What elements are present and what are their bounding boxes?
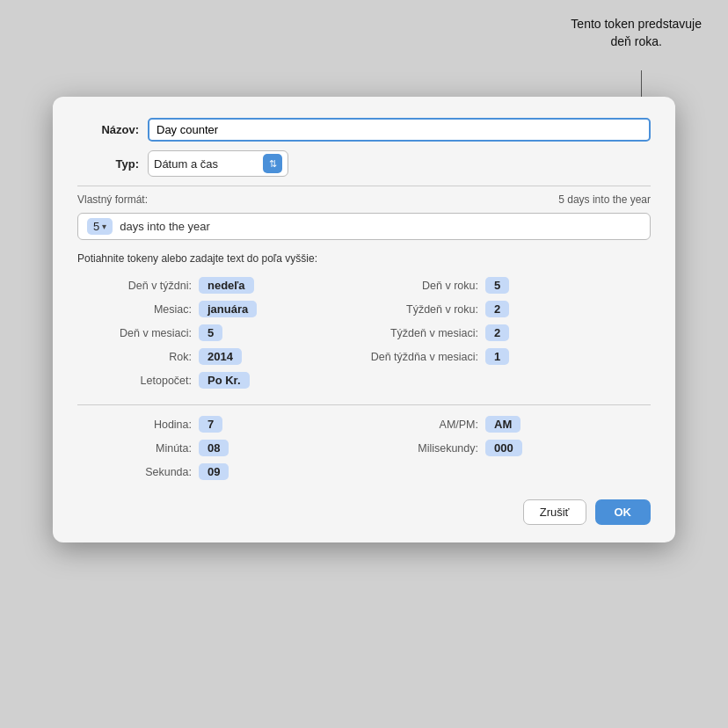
- token-row: Minúta: 08: [77, 440, 364, 456]
- token-label-day-of-year: Deň v roku:: [364, 280, 478, 292]
- left-tokens-column: Deň v týždni: nedeľa Mesiac: januára Deň…: [77, 277, 364, 396]
- right-tokens-column: Deň v roku: 5 Týždeň v roku: 2 Týždeň v …: [364, 277, 651, 396]
- drag-hint: Potiahnite tokeny alebo zadajte text do …: [77, 252, 651, 265]
- token-value-day-of-year[interactable]: 5: [485, 277, 509, 294]
- token-label-milliseconds: Milisekundy:: [364, 442, 478, 455]
- token-row: Sekunda: 09: [77, 463, 364, 480]
- format-chip-chevron-icon: ▾: [102, 222, 106, 231]
- token-row: Rok: 2014: [77, 348, 364, 365]
- type-select-label: Dátum a čas: [154, 157, 263, 171]
- tooltip-line1: Tento token predstavuje: [571, 17, 702, 31]
- token-label-minute: Minúta:: [77, 442, 192, 455]
- token-label-second: Sekunda:: [77, 466, 192, 478]
- token-row: Milisekundy: 000: [364, 440, 651, 456]
- token-value-month[interactable]: januára: [199, 301, 257, 317]
- time-tokens-grid: Hodina: 7 Minúta: 08 Sekunda: 09 AM/PM: …: [77, 416, 651, 487]
- custom-format-row: Vlastný formát: 5 days into the year: [77, 193, 651, 206]
- token-row: Mesiac: januára: [77, 301, 364, 317]
- token-value-day-of-week[interactable]: nedeľa: [199, 277, 254, 294]
- format-token-bar: 5 ▾ days into the year: [77, 213, 651, 240]
- token-value-year[interactable]: 2014: [199, 348, 242, 365]
- tooltip-text: Tento token predstavuje deň roka.: [571, 16, 702, 50]
- token-row: Týždeň v mesiaci: 2: [364, 324, 651, 341]
- cancel-button[interactable]: Zrušiť: [523, 499, 586, 525]
- token-row: Deň v mesiaci: 5: [77, 324, 364, 341]
- token-value-day-of-month[interactable]: 5: [199, 324, 222, 341]
- custom-format-preview: 5 days into the year: [558, 193, 651, 206]
- date-tokens-grid: Deň v týždni: nedeľa Mesiac: januára Deň…: [77, 277, 651, 396]
- divider-1: [77, 186, 651, 186]
- tooltip-line2: deň roka.: [610, 34, 661, 48]
- token-label-day-of-month: Deň v mesiaci:: [77, 327, 192, 339]
- token-label-week-of-year: Týždeň v roku:: [364, 303, 478, 316]
- token-value-week-of-year[interactable]: 2: [485, 301, 509, 317]
- format-chip-value: 5: [93, 220, 99, 233]
- token-value-second[interactable]: 09: [199, 463, 229, 480]
- token-row: AM/PM: AM: [364, 416, 651, 433]
- token-label-era: Letopočet:: [77, 375, 192, 387]
- format-token-text: days into the year: [120, 220, 210, 233]
- token-label-day-of-week-in-month: Deň týždňa v mesiaci:: [364, 351, 478, 363]
- token-row: Deň v roku: 5: [364, 277, 651, 294]
- format-chip[interactable]: 5 ▾: [87, 218, 113, 235]
- token-row: Hodina: 7: [77, 416, 364, 433]
- name-input[interactable]: [148, 118, 651, 142]
- type-label: Typ:: [77, 157, 139, 171]
- name-row: Názov:: [77, 118, 651, 142]
- name-label: Názov:: [77, 123, 139, 136]
- token-value-ampm[interactable]: AM: [485, 416, 521, 433]
- token-value-hour[interactable]: 7: [199, 416, 222, 433]
- token-row: Deň týždňa v mesiaci: 1: [364, 348, 651, 365]
- token-label-ampm: AM/PM:: [364, 419, 478, 431]
- token-value-minute[interactable]: 08: [199, 440, 229, 456]
- token-label-hour: Hodina:: [77, 419, 192, 431]
- token-label-month: Mesiac:: [77, 303, 192, 316]
- token-label-week-of-month: Týždeň v mesiaci:: [364, 327, 478, 339]
- token-value-day-of-week-in-month[interactable]: 1: [485, 348, 509, 365]
- token-value-week-of-month[interactable]: 2: [485, 324, 509, 341]
- custom-format-label: Vlastný formát:: [77, 193, 148, 206]
- token-label-day-of-week: Deň v týždni:: [77, 280, 192, 292]
- bottom-buttons: Zrušiť OK: [77, 499, 651, 525]
- ok-button[interactable]: OK: [595, 499, 652, 525]
- type-select-arrow-icon[interactable]: ⇅: [263, 154, 282, 173]
- type-select[interactable]: Dátum a čas ⇅: [148, 150, 288, 177]
- token-value-milliseconds[interactable]: 000: [485, 440, 522, 456]
- dialog: Názov: Typ: Dátum a čas ⇅ Vlastný formát…: [53, 97, 675, 542]
- time-left-column: Hodina: 7 Minúta: 08 Sekunda: 09: [77, 416, 364, 487]
- token-value-era[interactable]: Po Kr.: [199, 372, 250, 389]
- token-label-year: Rok:: [77, 351, 192, 363]
- token-row: Letopočet: Po Kr.: [77, 372, 364, 389]
- divider-2: [77, 404, 651, 405]
- time-right-column: AM/PM: AM Milisekundy: 000: [364, 416, 651, 487]
- token-row: Týždeň v roku: 2: [364, 301, 651, 317]
- type-row: Typ: Dátum a čas ⇅: [77, 150, 651, 177]
- token-row: Deň v týždni: nedeľa: [77, 277, 364, 294]
